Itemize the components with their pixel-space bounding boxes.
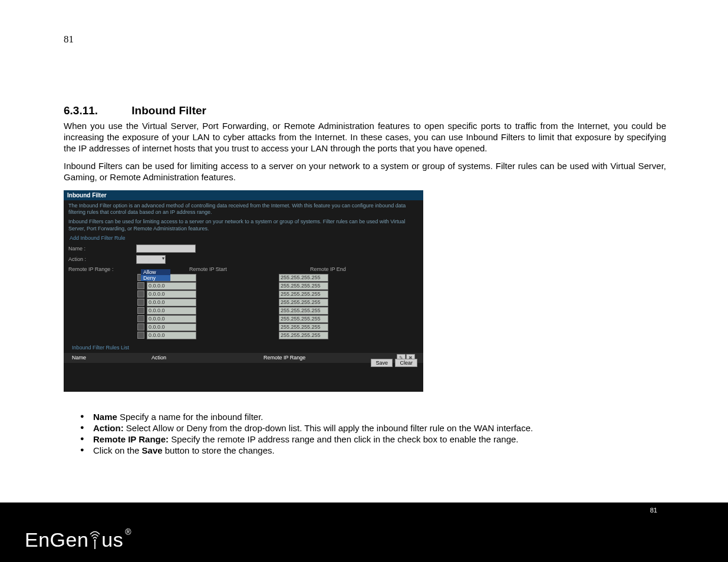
ip-start-input[interactable] — [147, 332, 196, 339]
page-number-footer: 81 — [650, 507, 657, 514]
bullet-save: Click on the Save button to store the ch… — [80, 445, 666, 455]
action-option-allow[interactable]: Allow — [141, 269, 170, 275]
intro-paragraph-1: When you use the Virtual Server, Port Fo… — [64, 121, 666, 154]
enable-checkbox[interactable] — [137, 282, 144, 289]
inbound-filter-panel: Inbound Filter The Inbound Filter option… — [64, 190, 423, 395]
panel-title: Inbound Filter — [64, 190, 423, 200]
intro-paragraph-2: Inbound Filters can be used for limiting… — [64, 161, 666, 183]
ip-end-input[interactable] — [279, 315, 328, 323]
ip-range-row — [137, 274, 423, 282]
field-description-list: Name Specify a name for the inbound filt… — [80, 412, 666, 455]
ip-end-input[interactable] — [279, 290, 328, 298]
enable-checkbox[interactable] — [137, 323, 144, 330]
ip-end-input[interactable] — [279, 299, 328, 306]
rules-list-heading: Inbound Filter Rules List — [64, 340, 423, 353]
enable-checkbox[interactable] — [137, 315, 144, 322]
ip-start-input[interactable] — [147, 307, 196, 315]
action-select[interactable]: Deny — [136, 255, 166, 264]
bullet-name: Name Specify a name for the inbound filt… — [80, 412, 666, 422]
enable-checkbox[interactable] — [137, 299, 144, 306]
enable-checkbox[interactable] — [137, 332, 144, 339]
panel-desc-1: The Inbound Filter option is an advanced… — [64, 200, 423, 217]
ip-start-input[interactable] — [147, 290, 196, 298]
enable-checkbox[interactable] — [137, 307, 144, 314]
panel-desc-2: Inbound Filters can be used for limiting… — [64, 216, 423, 233]
bullet-remote-ip: Remote IP Range: Specify the remote IP a… — [80, 434, 666, 444]
ip-start-input[interactable] — [147, 315, 196, 323]
add-rule-heading: Add Inbound Filter Rule — [64, 233, 423, 243]
enable-checkbox[interactable] — [137, 290, 144, 297]
section-heading: 6.3.11. Inbound Filter — [64, 104, 666, 117]
range-label: Remote IP Range : — [68, 266, 136, 272]
ip-start-input[interactable] — [147, 282, 196, 290]
heading-title: Inbound Filter — [131, 104, 206, 117]
clear-button[interactable]: Clear — [395, 359, 417, 367]
ip-range-row — [137, 282, 423, 290]
name-label: Name : — [68, 246, 136, 252]
page-footer: 81 EnGen us ® — [0, 503, 728, 562]
col-action: Action — [151, 355, 263, 361]
ip-end-input[interactable] — [279, 307, 328, 315]
ip-end-header: Remote IP End — [310, 266, 346, 272]
ip-start-header: Remote IP Start — [189, 266, 310, 272]
col-name: Name — [72, 355, 151, 361]
ip-end-input[interactable] — [279, 323, 328, 331]
action-option-deny[interactable]: Deny — [141, 275, 170, 281]
action-label: Action : — [68, 256, 136, 262]
ip-range-row — [137, 307, 423, 315]
wifi-icon — [89, 530, 101, 550]
ip-start-input[interactable] — [147, 299, 196, 306]
ip-range-row — [137, 299, 423, 306]
ip-range-row — [137, 315, 423, 323]
engenius-logo: EnGen us ® — [25, 528, 131, 551]
ip-end-input[interactable] — [279, 274, 328, 282]
ip-range-row — [137, 290, 423, 298]
ip-range-row — [137, 332, 423, 339]
heading-number: 6.3.11. — [64, 104, 129, 117]
bullet-action: Action: Select Allow or Deny from the dr… — [80, 423, 666, 433]
registered-icon: ® — [125, 527, 131, 537]
ip-end-input[interactable] — [279, 282, 328, 290]
action-dropdown-list[interactable]: Allow Deny — [141, 269, 170, 281]
ip-range-row — [137, 323, 423, 331]
name-input[interactable] — [136, 244, 196, 253]
ip-start-input[interactable] — [147, 323, 196, 331]
page-number-top: 81 — [64, 34, 74, 45]
ip-end-input[interactable] — [279, 332, 328, 339]
save-button[interactable]: Save — [371, 359, 393, 367]
svg-rect-1 — [94, 540, 95, 549]
